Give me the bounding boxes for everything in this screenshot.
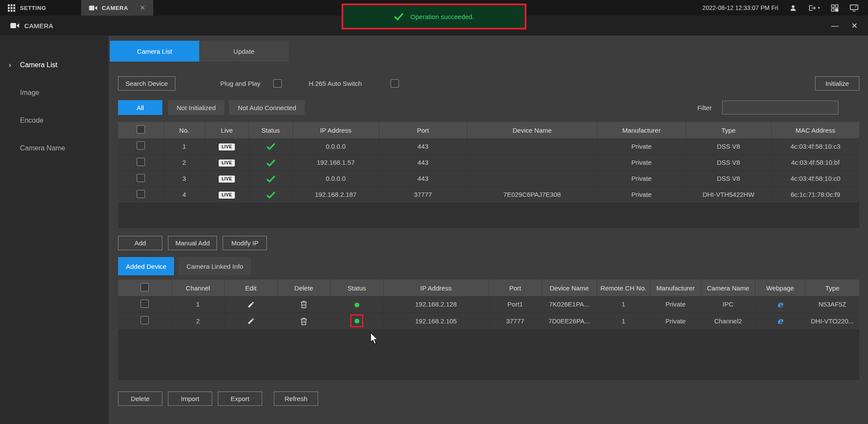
delete-cell xyxy=(277,313,330,329)
tab-camera-list[interactable]: Camera List xyxy=(110,41,199,62)
webpage-browser-icon[interactable]: e xyxy=(777,299,783,310)
col-edit: Edit xyxy=(224,280,277,296)
col-manufacturer: Manufacturer xyxy=(597,122,686,138)
col-camera-name: Camera Name xyxy=(701,280,755,296)
import-button[interactable]: Import xyxy=(168,391,212,406)
filter-input[interactable] xyxy=(722,101,838,114)
live-badge[interactable]: LIVE xyxy=(219,144,234,150)
window-controls: — ✕ xyxy=(831,22,858,29)
row-checkbox[interactable] xyxy=(137,141,145,150)
main-content: Camera List Update Search Device Plug an… xyxy=(108,36,868,424)
webpage-browser-icon[interactable]: e xyxy=(777,316,783,326)
row-checkbox[interactable] xyxy=(141,300,149,308)
initialize-button[interactable]: Initialize xyxy=(815,76,859,91)
topbar-tab-setting[interactable]: SETTING xyxy=(0,0,54,16)
select-all-checkbox[interactable] xyxy=(141,283,149,291)
display-icon[interactable] xyxy=(850,4,858,12)
channel-grid-icon[interactable] xyxy=(831,4,838,12)
device-mac: 4c:03:4f:58:10:c0 xyxy=(771,170,859,186)
filter-chip-all[interactable]: All xyxy=(118,100,162,115)
trash-icon[interactable] xyxy=(300,317,307,325)
chevron-down-icon: ▾ xyxy=(818,6,820,10)
select-all-checkbox[interactable] xyxy=(137,125,145,134)
add-button[interactable]: Add xyxy=(118,236,162,250)
sidebar-item-image[interactable]: › Image xyxy=(0,79,108,107)
minimize-icon[interactable]: — xyxy=(831,22,838,29)
filter-label: Filter xyxy=(697,104,712,111)
row-checkbox[interactable] xyxy=(137,174,145,182)
col-remote-ch-no: Remote CH No. xyxy=(597,280,650,296)
tab-camera-linked-info[interactable]: Camera Linked Info xyxy=(178,257,251,275)
refresh-button[interactable]: Refresh xyxy=(274,391,318,406)
edit-pencil-icon[interactable] xyxy=(247,317,255,325)
delete-button[interactable]: Delete xyxy=(118,391,162,406)
live-badge[interactable]: LIVE xyxy=(219,192,234,199)
row-checkbox[interactable] xyxy=(137,190,145,198)
status-connected-check-icon xyxy=(266,176,275,183)
row-checkbox[interactable] xyxy=(141,316,149,324)
channel-device-name: 7K026E1PA... xyxy=(542,296,597,313)
tab-update[interactable]: Update xyxy=(199,41,289,62)
sidebar-item-encode[interactable]: › Encode xyxy=(0,107,108,134)
added-device-row[interactable]: 1 192.168.2.128 Port1 7K026E1PA... 1 Pri… xyxy=(118,296,859,313)
manual-add-button[interactable]: Manual Add xyxy=(168,236,217,250)
device-name: 7E029C6PAJ7E308 xyxy=(467,186,597,202)
device-port: 443 xyxy=(379,138,467,154)
plug-and-play-label: Plug and Play xyxy=(220,80,261,87)
device-row[interactable]: 3 LIVE 0.0.0.0 443 Private DSS V8 4c:03:… xyxy=(118,170,859,186)
status-cell xyxy=(249,186,293,202)
topbar-tab-camera[interactable]: CAMERA ✕ xyxy=(81,0,154,16)
sidebar-item-camera-name[interactable]: › Camera Name xyxy=(0,134,108,162)
tab-close-icon[interactable]: ✕ xyxy=(140,4,145,12)
row-checkbox[interactable] xyxy=(137,158,145,166)
device-type: DHI-VTH5422HW xyxy=(686,186,771,202)
search-device-button[interactable]: Search Device xyxy=(118,76,175,91)
col-status: Status xyxy=(330,280,383,296)
added-device-row[interactable]: 2 192.168.2.105 37777 7D0EE26PA... 1 Pri… xyxy=(118,313,859,329)
edit-pencil-icon[interactable] xyxy=(247,301,255,308)
channel-port: Port1 xyxy=(489,296,542,313)
device-ip: 0.0.0.0 xyxy=(293,138,379,154)
col-mac-address: MAC Address xyxy=(771,122,859,138)
nvr-camera-screen: { "colors": { "accent_blue": "#1b8fe8", … xyxy=(0,0,868,424)
device-row[interactable]: 2 LIVE 192.168.1.57 443 Private DSS V8 4… xyxy=(118,154,859,170)
tab-added-device[interactable]: Added Device xyxy=(118,257,174,275)
device-no: 4 xyxy=(164,186,205,202)
edit-cell xyxy=(224,313,277,329)
col-ip-address: IP Address xyxy=(383,280,489,296)
logout-icon[interactable]: ▾ xyxy=(808,4,820,12)
success-check-icon xyxy=(394,13,404,20)
status-cell xyxy=(249,170,293,186)
topbar-tabs: SETTING CAMERA ✕ xyxy=(0,0,153,16)
device-name xyxy=(467,138,597,154)
h265-auto-switch-checkbox[interactable] xyxy=(391,79,399,88)
trash-icon[interactable] xyxy=(300,300,307,308)
filter-chip-not-initialized[interactable]: Not Initialized xyxy=(168,100,224,115)
user-icon[interactable] xyxy=(789,4,797,12)
device-row[interactable]: 4 LIVE 192.168.2.187 37777 7E029C6PAJ7E3… xyxy=(118,186,859,202)
row-select-cell xyxy=(118,138,164,154)
camera-icon xyxy=(10,23,19,29)
close-icon[interactable]: ✕ xyxy=(852,22,858,29)
export-button[interactable]: Export xyxy=(218,391,262,406)
modify-ip-button[interactable]: Modify IP xyxy=(223,236,267,250)
sidebar-item-camera-list[interactable]: › Camera List xyxy=(0,51,108,79)
h265-auto-switch-label: H.265 Auto Switch xyxy=(309,80,362,87)
live-badge[interactable]: LIVE xyxy=(219,176,234,183)
device-ip: 0.0.0.0 xyxy=(293,170,379,186)
added-device-tabs: Added Device Camera Linked Info xyxy=(118,257,251,275)
plug-and-play-checkbox[interactable] xyxy=(273,79,282,88)
sidebar-item-label: Encode xyxy=(20,117,43,124)
device-type: DSS V8 xyxy=(686,138,771,154)
device-row[interactable]: 1 LIVE 0.0.0.0 443 Private DSS V8 4c:03:… xyxy=(118,138,859,154)
live-badge[interactable]: LIVE xyxy=(219,160,234,166)
col-port: Port xyxy=(489,280,542,296)
window-title: CAMERA xyxy=(24,22,53,29)
channel-type: DHI-VTO220... xyxy=(805,313,859,329)
success-toast: Operation succeeded. xyxy=(343,5,525,28)
device-actions-row: Add Manual Add Modify IP xyxy=(118,236,267,250)
channel-camera-name: IPC xyxy=(701,296,755,313)
status-online-dot xyxy=(355,303,359,307)
filter-chip-not-auto-connected[interactable]: Not Auto Connected xyxy=(229,100,305,115)
main-tabs: Camera List Update xyxy=(110,41,289,62)
